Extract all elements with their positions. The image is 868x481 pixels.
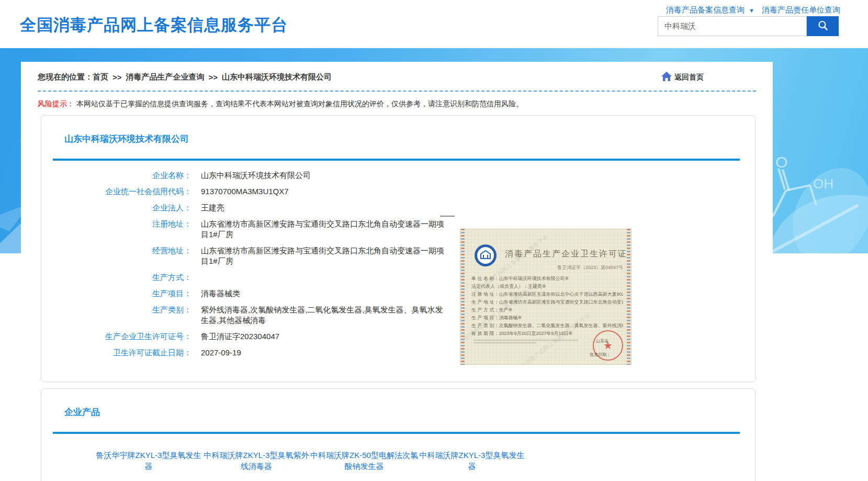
nav-record-info-query[interactable]: 消毒产品备案信息查询: [666, 5, 745, 15]
risk-notice-label: 风险提示：: [38, 99, 74, 108]
certificate-lines: 单 位 名 称：山东中科瑞沃环境技术有限公司※ 法定代表人（或负责人）：王建亮※…: [471, 275, 623, 338]
breadcrumb-separator: >>: [209, 73, 218, 82]
field-label: 生产方式：: [41, 272, 191, 283]
field-value: 消毒器械类: [201, 288, 240, 299]
field-row: 生产企业卫生许可证号：鲁卫消证字202304047: [41, 331, 755, 342]
field-value: 紫外线消毒器,次氯酸钠发生器,二氧化氯发生器,臭氧发生器、臭氧水发生器,其他器械…: [201, 305, 447, 326]
field-row: 企业统一社会信用代码：91370700MA3M3U1QX7: [41, 186, 755, 197]
field-row: 生产方式：: [41, 272, 755, 283]
page-header: 全国消毒产品网上备案信息服务平台 消毒产品备案信息查询 ▼ 消毒产品责任单位查询: [0, 0, 868, 48]
field-value: 91370700MA3M3U1QX7: [201, 186, 289, 197]
dashed-divider: [38, 91, 756, 92]
certificate-title: 消毒产品生产企业卫生许可证: [505, 249, 627, 260]
field-row: 卫生许可证截止日期：2027-09-19: [41, 348, 755, 358]
field-label: 企业法人：: [41, 203, 191, 213]
field-row: 生产项目：消毒器械类: [41, 288, 755, 299]
collapsed-dash: [440, 216, 455, 217]
breadcrumb-separator: >>: [112, 73, 122, 82]
back-home-link[interactable]: 返回首页: [661, 71, 704, 83]
field-label: 生产企业卫生许可证号：: [41, 331, 191, 342]
breadcrumb: 您现在的位置： 首页 >> 消毒产品生产企业查询 >> 山东中科瑞沃环境技术有限…: [21, 62, 773, 83]
field-value: 山东省潍坊市高新区潍安路与宝通街交叉路口东北角自动变速器一期项目1#厂房: [201, 245, 447, 266]
field-label: 生产类别：: [41, 305, 191, 326]
certificate-image: 全国消毒产品网上备案信息服务平台 全国消毒产品网上备案信息服务平台 全国消毒产品…: [460, 229, 632, 365]
field-label: 企业统一社会信用代码：: [41, 186, 191, 197]
search-input[interactable]: [658, 16, 807, 36]
field-row: 企业法人：王建亮: [41, 203, 755, 213]
card-title-rule: [53, 432, 740, 434]
main-content: 您现在的位置： 首页 >> 消毒产品生产企业查询 >> 山东中科瑞沃环境技术有限…: [21, 62, 773, 481]
product-link[interactable]: 中科瑞沃牌ZKYL-3型臭氧紫外线消毒器: [202, 450, 310, 472]
breadcrumb-current: 山东中科瑞沃环境技术有限公司: [222, 72, 332, 82]
back-home-label: 返回首页: [674, 73, 704, 82]
company-name-heading: 山东中科瑞沃环境技术有限公司: [41, 116, 755, 145]
field-row: 企业名称：山东中科瑞沃环境技术有限公司: [41, 170, 755, 181]
certificate-line: 生 产 类 别：次氯酸钠发生器、二氧化氯发生器、臭氧发生器、紫外线消毒器※: [471, 322, 623, 330]
risk-notice-text: 本网站仅基于已掌握的信息提供查询服务，查询结果不代表本网站对被查询对象信用状况的…: [76, 99, 523, 108]
products-heading: 企业产品: [41, 389, 755, 418]
certificate-fine-print: [474, 340, 578, 345]
certificate-border: [627, 229, 630, 365]
seal-star: ★: [603, 339, 613, 352]
products-grid: 鲁沃华宇牌ZKYL-3型臭氧发生器 中科瑞沃牌ZKYL-3型臭氧紫外线消毒器 中…: [95, 450, 755, 481]
search-button[interactable]: [807, 16, 839, 36]
field-row: 生产类别：紫外线消毒器,次氯酸钠发生器,二氧化氯发生器,臭氧发生器、臭氧水发生器…: [41, 305, 755, 326]
certificate-number: 鲁卫消证字（2023）第04047号: [557, 264, 623, 271]
product-link[interactable]: 鲁沃华宇牌ZKYL-3型臭氧发生器: [95, 450, 202, 472]
product-link[interactable]: 中科瑞沃牌ZKYL-3型臭氧发生器: [418, 450, 526, 472]
certificate-line: 生 产 方 式：生产※: [471, 306, 623, 314]
svg-text:O: O: [775, 153, 787, 171]
home-icon: [661, 71, 674, 83]
risk-notice: 风险提示： 本网站仅基于已掌握的信息提供查询服务，查询结果不代表本网站对被查询对…: [38, 99, 756, 109]
field-label: 生产项目：: [41, 288, 191, 299]
field-label: 注册地址：: [41, 219, 191, 240]
products-card: 企业产品 鲁沃华宇牌ZKYL-3型臭氧发生器 中科瑞沃牌ZKYL-3型臭氧紫外线…: [41, 388, 756, 481]
field-label: 经营地址：: [41, 245, 191, 266]
field-value: 山东中科瑞沃环境技术有限公司: [201, 170, 311, 181]
emblem-icon: [474, 243, 498, 270]
field-label: 卫生许可证截止日期：: [41, 348, 191, 358]
certificate-line: 法定代表人（或负责人）：王建亮※: [471, 283, 623, 290]
certificate-line: 单 位 名 称：山东中科瑞沃环境技术有限公司※: [471, 275, 623, 283]
top-nav: 消毒产品备案信息查询 ▼ 消毒产品责任单位查询: [666, 5, 844, 15]
breadcrumb-prefix: 您现在的位置：: [38, 72, 93, 82]
certificate-line: 注 册 地 址：山东省潍坊高新区玉清东街以北中心次干道以西高新大厦902科苑: [471, 290, 623, 298]
certificate-border: [461, 229, 465, 365]
certificate-line: 生 产 地 址：山东省潍坊市高新区潍安路与宝通街交叉路口东北角自动变速器一期项目…: [471, 298, 623, 306]
field-value: 鲁卫消证字202304047: [201, 331, 279, 342]
nav-responsible-unit-query[interactable]: 消毒产品责任单位查询: [762, 5, 840, 15]
company-fields: 企业名称：山东中科瑞沃环境技术有限公司 企业统一社会信用代码：91370700M…: [41, 161, 755, 382]
product-link[interactable]: 中科瑞沃牌ZK-50型电解法次氯酸钠发生器: [310, 450, 418, 472]
certificate-line: 生 产 项 目：消毒器械※: [471, 314, 623, 322]
field-value: 王建亮: [201, 203, 224, 213]
breadcrumb-enterprise-query[interactable]: 消毒产品生产企业查询: [126, 72, 205, 82]
breadcrumb-home[interactable]: 首页: [93, 72, 108, 82]
chevron-down-icon: ▼: [749, 7, 754, 14]
red-seal-icon: ★: [593, 330, 623, 361]
field-value: 2027-09-19: [201, 348, 241, 358]
search-bar: [658, 16, 839, 36]
page-title: 全国消毒产品网上备案信息服务平台: [20, 14, 288, 36]
search-icon: [817, 19, 829, 33]
field-row: 经营地址：山东省潍坊市高新区潍安路与宝通街交叉路口东北角自动变速器一期项目1#厂…: [41, 245, 755, 266]
company-info-card: 山东中科瑞沃环境技术有限公司 企业名称：山东中科瑞沃环境技术有限公司 企业统一社…: [41, 115, 756, 382]
field-row: 注册地址：山东省潍坊市高新区潍安路与宝通街交叉路口东北角自动变速器一期项目1#厂…: [41, 219, 755, 240]
field-value: 山东省潍坊市高新区潍安路与宝通街交叉路口东北角自动变速器一期项目1#厂房: [201, 219, 447, 240]
field-label: 企业名称：: [41, 170, 191, 181]
